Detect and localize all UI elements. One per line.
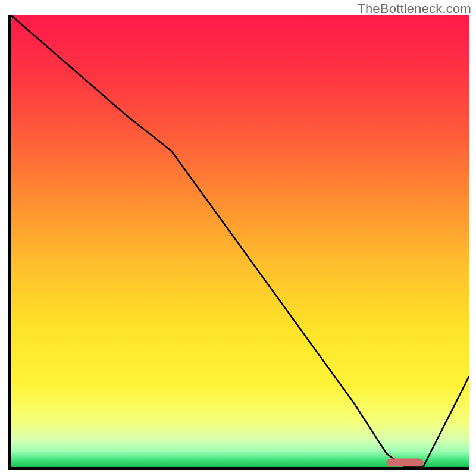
watermark-text: TheBottleneck.com bbox=[357, 1, 471, 17]
marker-highlight bbox=[387, 459, 424, 467]
x-axis bbox=[8, 467, 469, 470]
series-line bbox=[11, 15, 469, 467]
plot-area bbox=[11, 15, 469, 467]
chart-overlay bbox=[11, 15, 469, 467]
figure: TheBottleneck.com bbox=[0, 0, 476, 476]
